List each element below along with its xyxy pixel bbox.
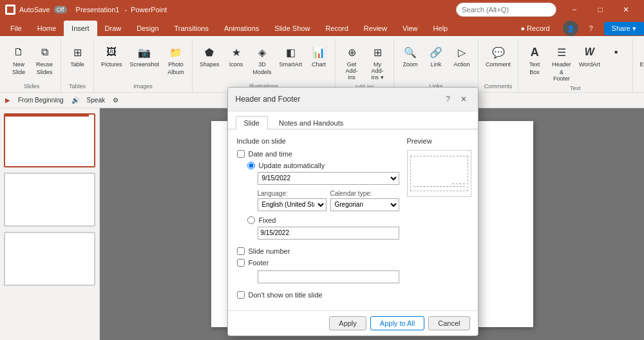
share-button[interactable]: Share ▾ <box>604 22 644 35</box>
search-input[interactable] <box>456 3 556 17</box>
my-addins-button[interactable]: ⊞ My Add-ins ▾ <box>365 42 390 82</box>
dialog-close-button[interactable]: ✕ <box>457 93 470 106</box>
tab-insert[interactable]: Insert <box>64 21 97 36</box>
images-group-label: Images <box>98 82 188 91</box>
ribbon-group-text: A Text Box ☰ Header & Footer W WordArt ▪… <box>518 39 632 92</box>
ribbon-group-illustrations: ⬟ Shapes ★ Icons ◈ 3D Models ◧ SmartArt … <box>193 39 336 92</box>
tab-design[interactable]: Design <box>129 21 166 36</box>
pictures-icon: 🖼 <box>104 44 119 60</box>
pictures-button[interactable]: 🖼 Pictures <box>98 42 126 70</box>
zoom-button[interactable]: 🔍 Zoom <box>398 42 422 70</box>
slide-panel: 1 2 3 <box>0 108 100 340</box>
3d-models-button[interactable]: ◈ 3D Models <box>250 42 275 77</box>
language-select[interactable]: English (United States) <box>258 198 327 211</box>
new-slide-icon: 🗋 <box>11 44 26 60</box>
language-calendar-row: Language: English (United States) Calend… <box>237 190 399 214</box>
speak-label[interactable]: Speak <box>87 97 105 104</box>
comment-button[interactable]: 💬 Comment <box>482 42 514 70</box>
get-addins-button[interactable]: ⊕ Get Add-ins <box>339 42 364 82</box>
footer-checkbox[interactable] <box>237 259 245 267</box>
smartart-button[interactable]: ◧ SmartArt <box>276 42 306 70</box>
autosave-toggle[interactable]: Off <box>54 6 67 14</box>
shapes-button[interactable]: ⬟ Shapes <box>196 42 223 70</box>
symbols-group-label: Symbols <box>637 82 645 91</box>
textbox-button[interactable]: A Text Box <box>522 42 547 77</box>
tab-home[interactable]: Home <box>30 21 64 36</box>
tab-slideshow[interactable]: Slide Show <box>267 21 317 36</box>
wordart-button[interactable]: W WordArt <box>576 42 602 70</box>
cancel-button[interactable]: Cancel <box>428 316 469 330</box>
language-label: Language: <box>258 190 327 197</box>
header-footer-button[interactable]: ☰ Header & Footer <box>548 42 575 84</box>
apply-all-button[interactable]: Apply to All <box>370 316 424 330</box>
minimize-button[interactable]: − <box>562 0 587 19</box>
tab-file[interactable]: File <box>3 21 30 36</box>
dialog-help-button[interactable]: ? <box>442 93 455 106</box>
dont-show-checkbox[interactable] <box>237 291 245 299</box>
apply-button[interactable]: Apply <box>329 316 366 330</box>
calendar-select[interactable]: Gregorian <box>330 198 399 211</box>
close-button[interactable]: ✕ <box>613 0 639 19</box>
tab-review[interactable]: Review <box>356 21 395 36</box>
autosave-label: AutoSave <box>19 6 50 14</box>
date-value-select[interactable]: 9/15/2022 <box>258 172 399 185</box>
footer-input-container <box>237 270 399 286</box>
footer-value-input[interactable] <box>258 270 399 283</box>
new-slide-button[interactable]: 🗋 New Slide <box>6 42 31 77</box>
tab-view[interactable]: View <box>395 21 426 36</box>
action-button[interactable]: ▷ Action <box>450 42 474 70</box>
dialog-titlebar: Header and Footer ? ✕ <box>228 88 478 111</box>
maximize-button[interactable]: □ <box>587 0 613 19</box>
dialog-tabs: Slide Notes and Handouts <box>228 111 478 129</box>
preview-slide <box>410 156 468 191</box>
section-label: Include on slide <box>237 137 399 145</box>
slide-thumb-3[interactable] <box>4 232 95 286</box>
tab-transitions[interactable]: Transitions <box>167 21 216 36</box>
tab-record[interactable]: Record <box>317 21 355 36</box>
slide-thumb-2[interactable] <box>4 173 95 227</box>
icons-icon: ★ <box>229 44 244 60</box>
date-time-label: Date and time <box>249 150 292 158</box>
from-beginning-label[interactable]: From Beginning <box>18 97 64 104</box>
record-button[interactable]: ● Record <box>513 22 557 35</box>
dialog-tab-slide[interactable]: Slide <box>236 116 268 129</box>
icons-button[interactable]: ★ Icons <box>224 42 249 70</box>
tab-help[interactable]: Help <box>426 21 456 36</box>
photo-album-icon: 📁 <box>168 44 184 60</box>
table-icon: ⊞ <box>70 44 85 60</box>
app-title: PowerPoint <box>131 6 167 14</box>
date-time-checkbox[interactable] <box>237 150 245 158</box>
slide-number-row: Slide number <box>237 247 399 255</box>
tables-group-label: Tables <box>65 82 90 91</box>
get-addins-icon: ⊕ <box>344 44 359 60</box>
settings-icon[interactable]: ⚙ <box>113 97 118 104</box>
date-select-container: 9/15/2022 <box>237 172 399 187</box>
link-button[interactable]: 🔗 Link <box>424 42 448 70</box>
fixed-value-input[interactable] <box>258 227 399 240</box>
slide-number-label: Slide number <box>249 247 290 255</box>
slide-thumb-1[interactable] <box>4 113 95 167</box>
slide-number-checkbox[interactable] <box>237 247 245 255</box>
table-button[interactable]: ⊞ Table <box>65 42 90 70</box>
help-icon[interactable]: ? <box>583 21 599 36</box>
reuse-slides-icon: ⧉ <box>37 44 52 60</box>
user-avatar[interactable]: 👤 <box>563 21 578 36</box>
ribbon-group-comments: 💬 Comment Comments <box>478 39 518 92</box>
update-auto-radio[interactable] <box>247 162 255 169</box>
dialog-tab-notes[interactable]: Notes and Handouts <box>270 116 352 129</box>
fixed-radio[interactable] <box>247 216 255 224</box>
screenshot-button[interactable]: 📷 Screenshot <box>127 42 163 70</box>
chart-button[interactable]: 📊 Chart <box>307 42 331 70</box>
tab-draw[interactable]: Draw <box>97 21 129 36</box>
date-time-row: Date and time <box>237 150 399 158</box>
3d-models-icon: ◈ <box>254 44 270 60</box>
dont-show-row: Don't show on title slide <box>237 291 399 299</box>
dialog-body: Include on slide Date and time Update au… <box>228 129 478 310</box>
text-expand-button[interactable]: ▪ <box>604 42 629 63</box>
equation-button[interactable]: ∑ Equation <box>637 42 645 70</box>
title-bar-left: AutoSave Off Presentation1 - PowerPoint <box>5 5 167 15</box>
chart-icon: 📊 <box>311 44 327 60</box>
photo-album-button[interactable]: 📁 Photo Album <box>164 42 188 77</box>
tab-animations[interactable]: Animations <box>216 21 267 36</box>
reuse-slides-button[interactable]: ⧉ Reuse Slides <box>32 42 57 77</box>
